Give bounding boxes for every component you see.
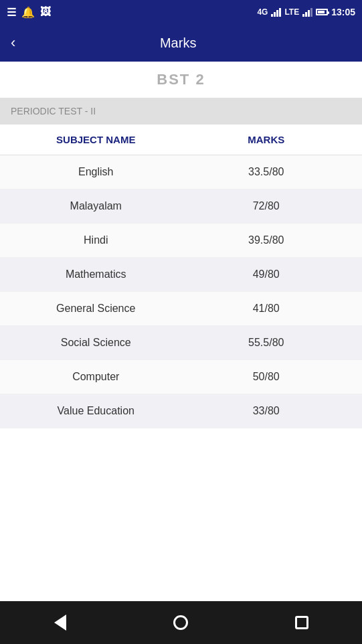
signal-bars xyxy=(271,7,281,17)
back-button[interactable]: ‹ xyxy=(11,34,15,52)
status-icons-right: 4G LTE 13:05 xyxy=(257,7,355,17)
marks-cell: 55.5/80 xyxy=(181,337,352,349)
battery-icon xyxy=(316,9,328,15)
table-row: Social Science55.5/80 xyxy=(0,326,362,360)
header: ‹ Marks xyxy=(0,24,362,62)
marks-table: SUBJECT NAME MARKS English33.5/80Malayal… xyxy=(0,125,362,601)
page-title: Marks xyxy=(29,35,327,51)
table-row: Hindi39.5/80 xyxy=(0,224,362,258)
table-row: Mathematics49/80 xyxy=(0,258,362,292)
marks-cell: 33.5/80 xyxy=(181,166,352,178)
section-header-text: PERIODIC TEST - II xyxy=(11,106,96,116)
marks-cell: 33/80 xyxy=(181,405,352,417)
bottom-nav xyxy=(0,601,362,644)
recents-nav-icon xyxy=(295,616,308,629)
nav-recents-button[interactable] xyxy=(285,606,319,639)
class-label-text: BST 2 xyxy=(157,71,205,88)
table-row: Computer50/80 xyxy=(0,360,362,394)
subject-cell: English xyxy=(11,166,181,178)
subject-cell: Malayalam xyxy=(11,200,181,212)
marks-column-header: MARKS xyxy=(181,134,352,145)
home-nav-icon xyxy=(173,615,188,630)
status-icons-left: ☰ 🔔 🖼 xyxy=(7,6,51,19)
marks-cell: 50/80 xyxy=(181,371,352,383)
marks-cell: 39.5/80 xyxy=(181,234,352,246)
marks-cell: 72/80 xyxy=(181,200,352,212)
table-row: General Science41/80 xyxy=(0,292,362,326)
subject-cell: Computer xyxy=(11,371,181,383)
table-row: English33.5/80 xyxy=(0,155,362,189)
nav-home-button[interactable] xyxy=(164,606,197,639)
table-row: Value Education33/80 xyxy=(0,394,362,428)
status-bar: ☰ 🔔 🖼 4G LTE 13:05 xyxy=(0,0,362,24)
table-body: English33.5/80Malayalam72/80Hindi39.5/80… xyxy=(0,155,362,428)
menu-icon: ☰ xyxy=(7,6,16,19)
photo-icon: 🖼 xyxy=(40,6,51,18)
lte-label: LTE xyxy=(284,7,299,17)
subject-cell: Hindi xyxy=(11,234,181,246)
subject-cell: Value Education xyxy=(11,405,181,417)
subject-cell: Mathematics xyxy=(11,268,181,280)
class-label-section: BST 2 xyxy=(0,62,362,98)
subject-cell: Social Science xyxy=(11,337,181,349)
time-label: 13:05 xyxy=(331,7,355,17)
marks-cell: 41/80 xyxy=(181,303,352,315)
subject-column-header: SUBJECT NAME xyxy=(11,134,181,145)
network-label: 4G xyxy=(257,7,268,17)
signal-bars-2 xyxy=(302,7,312,17)
notification-icon: 🔔 xyxy=(21,6,35,19)
table-header-row: SUBJECT NAME MARKS xyxy=(0,125,362,155)
back-nav-icon xyxy=(54,615,66,631)
nav-back-button[interactable] xyxy=(43,606,77,639)
subject-cell: General Science xyxy=(11,303,181,315)
marks-cell: 49/80 xyxy=(181,268,352,280)
section-header: PERIODIC TEST - II xyxy=(0,98,362,125)
table-row: Malayalam72/80 xyxy=(0,189,362,224)
